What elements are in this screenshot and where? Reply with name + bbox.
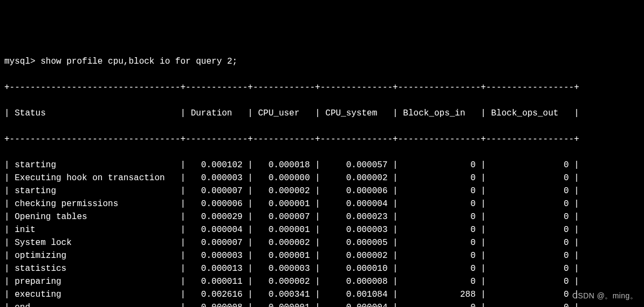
table-row: | end | 0.000008 | 0.000001 | 0.000004 |… (4, 301, 640, 307)
table-body: | starting | 0.000102 | 0.000018 | 0.000… (4, 159, 640, 307)
table-row: | optimizing | 0.000003 | 0.000001 | 0.0… (4, 249, 640, 262)
table-row: | Opening tables | 0.000029 | 0.000007 |… (4, 210, 640, 223)
table-row: | checking permissions | 0.000006 | 0.00… (4, 197, 640, 210)
table-border-mid: +---------------------------------+-----… (4, 133, 640, 146)
table-row: | init | 0.000004 | 0.000001 | 0.000003 … (4, 223, 640, 236)
table-header-row: | Status | Duration | CPU_user | CPU_sys… (4, 107, 640, 120)
table-row: | executing | 0.002616 | 0.000341 | 0.00… (4, 288, 640, 301)
table-row: | starting | 0.000007 | 0.000002 | 0.000… (4, 185, 640, 197)
table-row: | statistics | 0.000013 | 0.000003 | 0.0… (4, 262, 640, 275)
table-row: | starting | 0.000102 | 0.000018 | 0.000… (4, 159, 640, 172)
mysql-prompt-line: mysql> show profile cpu,block io for que… (4, 55, 640, 68)
watermark: CSDN @。ming。 (572, 290, 638, 302)
table-row: | System lock | 0.000007 | 0.000002 | 0.… (4, 236, 640, 249)
table-border-top: +---------------------------------+-----… (4, 81, 640, 94)
command-text: show profile cpu,block io for query 2; (40, 57, 237, 66)
table-row: | preparing | 0.000011 | 0.000002 | 0.00… (4, 275, 640, 288)
prompt: mysql> (4, 57, 36, 66)
table-row: | Executing hook on transaction | 0.0000… (4, 172, 640, 185)
